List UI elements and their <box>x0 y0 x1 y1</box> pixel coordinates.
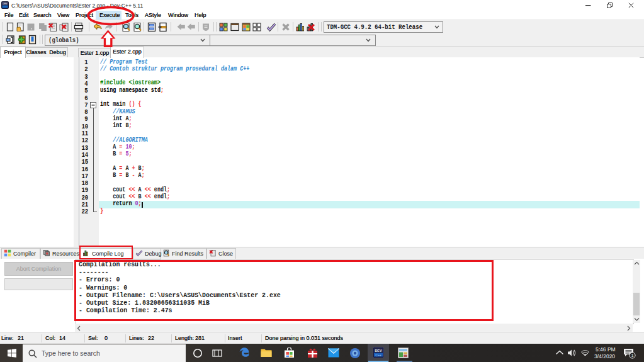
svg-text:DEV: DEV <box>3 3 8 5</box>
svg-text:1: 1 <box>631 353 633 358</box>
svg-text:DEV: DEV <box>375 349 381 353</box>
svg-text:C++: C++ <box>375 353 381 357</box>
